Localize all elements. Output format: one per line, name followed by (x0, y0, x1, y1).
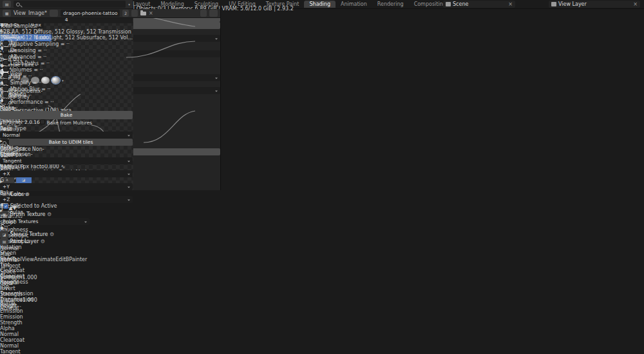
preset-list-icon[interactable]: ≡ (23, 93, 27, 99)
properties-search-input[interactable] (14, 1, 126, 8)
influence-header[interactable]: ▾Influence (0, 146, 133, 152)
node-input-row[interactable]: Alpha (0, 326, 26, 331)
bake-type-label: Bake Type (0, 126, 26, 132)
gear-icon[interactable]: ⚙ (41, 239, 45, 244)
gear-icon[interactable]: ⚙ (50, 231, 54, 237)
view-menu[interactable]: View (14, 10, 26, 16)
swizzle-r-dropdown[interactable]: +X (0, 170, 133, 177)
node-input-row[interactable]: Emission Strength (0, 314, 26, 326)
properties-section[interactable]: ▸ Light Paths ≡ ·· (0, 60, 133, 66)
bake-section-header[interactable]: ▾Bake·· (0, 105, 133, 111)
properties-section[interactable]: ▸ Performance ≡ ·· (0, 99, 133, 105)
sidebar-tab[interactable]: Edit (55, 257, 66, 262)
influence-subpanel: ▾Influence Space Tangent Swizzle R +X G … (0, 146, 133, 203)
workspace-tab[interactable]: Rendering (372, 1, 409, 8)
sidebar-tab[interactable]: View (22, 257, 34, 262)
section-checkbox[interactable] (3, 41, 8, 46)
section-checkbox[interactable] (3, 66, 8, 72)
space-dropdown[interactable]: Tangent (0, 157, 133, 164)
section-checkbox[interactable] (3, 86, 8, 91)
preset-list-icon[interactable]: ≡ (37, 48, 42, 54)
properties-section[interactable]: ▸ Advanced ≡ ·· (0, 54, 133, 60)
image-icon[interactable] (50, 10, 58, 17)
properties-header: ▤ ▾ (0, 0, 133, 9)
node-input-row[interactable]: Clearcoat Normal (0, 337, 26, 349)
section-checkbox[interactable] (3, 92, 8, 97)
bake-type-dropdown[interactable]: Normal (0, 132, 133, 139)
preset-list-icon[interactable]: ≡ (37, 54, 42, 60)
preset-list-icon[interactable]: ≡ (33, 67, 38, 73)
preset-list-icon[interactable]: ≡ (23, 74, 27, 79)
editor-type-icon[interactable]: ▦ (3, 10, 11, 17)
bake-from-multires-label: Bake from Multires (47, 120, 92, 126)
section-checkbox[interactable] (3, 79, 8, 84)
bpainter-paint-layer-panel: ▤ Paint Layer ⚙ (0, 238, 90, 245)
section-checkbox[interactable] (3, 73, 8, 78)
properties-section[interactable]: ▸ Motion Blur ≡ ·· (0, 86, 133, 92)
close-icon[interactable]: × (508, 1, 513, 7)
node-input-row[interactable]: Normal (0, 331, 26, 337)
render-sections: ▸ Adaptive Sampling ≡ ·· ▸ Denoising ≡ ·… (0, 41, 133, 105)
properties-editor: ▤ ▾ Subsurface Volume 4 Total Samples: 1… (0, 0, 133, 209)
node-input-row[interactable]: Tangent (0, 349, 26, 354)
scene-selector[interactable]: Scene × (443, 1, 515, 8)
workspace-tab[interactable]: Shading (304, 1, 336, 8)
pin-icon[interactable] (200, 10, 207, 17)
sidebar-tab[interactable]: Item (0, 257, 12, 262)
paint-layer-title: Paint Layer (10, 239, 39, 244)
bake-from-multires-checkbox[interactable] (40, 119, 45, 124)
selected-to-active-checkbox[interactable]: ✓ (3, 204, 8, 209)
close-icon[interactable]: × (633, 1, 638, 7)
gear-icon[interactable]: ⚙ (47, 211, 52, 217)
image-menu[interactable]: Image* (28, 10, 47, 16)
properties-section[interactable]: ▸ Denoising ≡ ·· (0, 47, 133, 54)
open-image-icon[interactable] (140, 12, 146, 15)
unlink-image-icon[interactable]: × (149, 10, 153, 16)
preset-list-icon[interactable]: ≡ (41, 86, 46, 92)
preset-list-icon[interactable]: ≡ (32, 80, 37, 86)
brush-texture-title: Brush Texture (10, 211, 46, 217)
swizzle-b-dropdown[interactable]: +Z (0, 196, 133, 203)
properties-section[interactable]: ▸ Volumes ≡ ·· (0, 66, 133, 73)
properties-section[interactable]: ▸ Simplify ≡ ·· (0, 79, 133, 86)
sidebar-tab[interactable]: BPainter (66, 257, 88, 262)
preset-list-icon[interactable]: ≡ (61, 41, 65, 47)
section-checkbox[interactable] (3, 99, 8, 104)
stencil-texture-title: Stencil Texture (10, 231, 48, 237)
selected-to-active-row[interactable]: ▾ ✓ Selected to Active (0, 203, 133, 209)
fake-user-shield-icon[interactable] (131, 10, 138, 17)
modifier-icons: ◆▽ (0, 225, 8, 231)
preset-list-icon[interactable]: ≡ (44, 99, 49, 105)
preset-list-icon[interactable]: ≡ (41, 61, 45, 66)
workspace-tab[interactable]: Animation (336, 1, 372, 8)
swizzle-b-label: B (0, 190, 4, 196)
properties-section[interactable]: ▸ Hair ≡ ·· (0, 73, 133, 79)
options-dropdown-icon[interactable]: ▾ (128, 3, 130, 6)
view-layer-icon (551, 2, 556, 6)
image-name-field[interactable]: dragon-phoenix-tattoo (61, 10, 120, 17)
viewport-tab-strip: ItemToolViewAnimateEditBPainter (0, 245, 90, 262)
stencil-icon: ◪ (0, 231, 8, 238)
space-label: Space (0, 152, 15, 157)
swizzle-r-label: Swizzle R (0, 164, 24, 170)
section-checkbox[interactable] (3, 47, 8, 52)
layer-icon: ▤ (0, 238, 8, 245)
display-channels-icon[interactable] (209, 10, 218, 17)
properties-section[interactable]: ▸ Adaptive Sampling ≡ ·· (0, 41, 133, 47)
swizzle-g-label: G (0, 177, 4, 183)
properties-filter-icon[interactable]: ▤ (3, 1, 11, 8)
bake-button[interactable]: Bake (0, 111, 133, 119)
view-layer-selector[interactable]: View Layer × (549, 1, 640, 8)
section-checkbox[interactable] (3, 54, 8, 59)
scene-icon (446, 2, 451, 6)
sidebar-tab[interactable]: Tool (12, 257, 22, 262)
image-editor-header: ▦ View Image* dragon-phoenix-tattoo 2 × (0, 9, 220, 18)
properties-section[interactable]: ▸ Film ≡ ·· (0, 92, 133, 99)
bake-to-udims-button[interactable]: Bake to UDIM tiles (9, 139, 133, 146)
sidebar-tab[interactable]: Animate (34, 257, 56, 262)
blender-window: FileEditRenderWindowHelp LayoutModelingS… (0, 0, 644, 354)
section-checkbox[interactable] (3, 60, 8, 65)
users-count-badge[interactable]: 2 (122, 10, 129, 17)
swizzle-g-dropdown[interactable]: +Y (0, 183, 133, 190)
total-samples-info: Total Samples: 128 AA, 512 Diffuse, 512 … (0, 23, 133, 41)
